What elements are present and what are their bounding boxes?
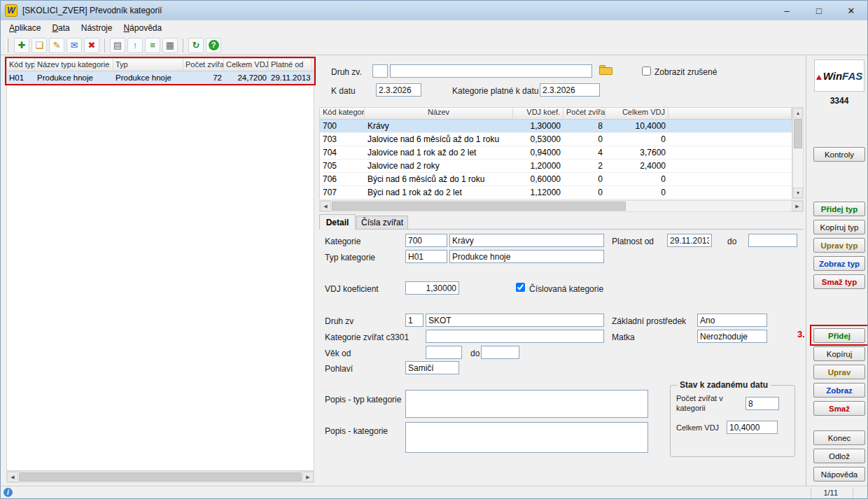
cell-vdj: 1,30000 bbox=[513, 121, 564, 131]
column-header[interactable]: Platné od bbox=[269, 59, 312, 71]
typ-kategorie-code-input[interactable] bbox=[405, 250, 447, 263]
categories-horizontal-scrollbar[interactable]: ◀ ▶ bbox=[319, 200, 804, 212]
column-header-total[interactable]: Celkem VDJ bbox=[606, 108, 668, 119]
refresh-button[interactable]: ↻ bbox=[188, 38, 204, 53]
column-header-count[interactable]: Počet zvířat bbox=[564, 108, 606, 119]
column-header[interactable]: Typ bbox=[113, 59, 183, 71]
k-datu-input[interactable] bbox=[376, 83, 421, 97]
smaz-typ-button[interactable]: Smaž typ bbox=[813, 274, 865, 289]
druh-zv-detail-name-input[interactable] bbox=[426, 314, 604, 327]
druh-zv-code-input[interactable] bbox=[372, 64, 388, 78]
cislovana-kategorie-checkbox[interactable] bbox=[516, 283, 525, 292]
list-button[interactable]: ≡ bbox=[145, 38, 160, 53]
odloz-button[interactable]: Odlož bbox=[813, 449, 865, 463]
table-button[interactable]: ▦ bbox=[162, 38, 178, 53]
zobraz-typ-button[interactable]: Zobraz typ bbox=[813, 256, 865, 271]
edit-button[interactable]: ✎ bbox=[49, 38, 64, 53]
napoveda-button[interactable]: Nápověda bbox=[813, 467, 865, 482]
table-row[interactable]: 703 Jalovice nad 6 měsíců až do 1 roku 0… bbox=[320, 133, 792, 146]
maximize-button[interactable]: □ bbox=[803, 1, 835, 20]
column-header-code[interactable]: Kód kategorie▴ bbox=[320, 108, 365, 119]
scroll-left-icon[interactable]: ◀ bbox=[320, 201, 331, 211]
vek-do-input[interactable] bbox=[481, 346, 519, 359]
kategorie-name-input[interactable] bbox=[449, 234, 604, 247]
kontroly-button[interactable]: Kontroly bbox=[813, 147, 865, 162]
uprav-typ-button[interactable]: Uprav typ bbox=[813, 238, 865, 253]
tab-cisla-zvirat[interactable]: Čísla zvířat bbox=[356, 216, 408, 230]
platnost-do-input[interactable] bbox=[748, 234, 797, 247]
scrollbar-thumb[interactable] bbox=[19, 472, 302, 482]
zakladni-prostredek-input[interactable] bbox=[697, 314, 767, 327]
menu-nastroje[interactable]: Nástroje bbox=[76, 22, 118, 34]
column-header[interactable]: Celkem VDJ bbox=[224, 59, 269, 71]
cell-name: Býci nad 6 měsíců až do 1 roku bbox=[365, 174, 513, 184]
table-grid-icon: ▦ bbox=[166, 41, 174, 50]
popis-typ-textarea[interactable] bbox=[405, 390, 648, 418]
typ-kategorie-name-input[interactable] bbox=[449, 250, 604, 263]
copy-button[interactable]: ❏ bbox=[31, 38, 47, 53]
kategorie-platne-input[interactable] bbox=[540, 83, 600, 97]
table-row[interactable]: 704 Jalovice nad 1 rok až do 2 let 0,940… bbox=[320, 146, 792, 160]
vek-od-input[interactable] bbox=[426, 346, 462, 359]
cell-code: 700 bbox=[320, 121, 365, 131]
matka-label: Matka bbox=[612, 332, 635, 342]
pocet-zvirat-input[interactable] bbox=[746, 397, 779, 410]
table-row[interactable]: H01 Produkce hnoje Produkce hnoje 72 24,… bbox=[7, 71, 314, 85]
kategorie-zvirat-input[interactable] bbox=[426, 330, 604, 343]
druh-zv-name-input[interactable] bbox=[390, 64, 592, 78]
pridej-typ-button[interactable]: Přidej typ bbox=[813, 202, 865, 216]
scroll-down-icon[interactable]: ▼ bbox=[793, 188, 803, 198]
table-row[interactable]: 705 Jalovice nad 2 roky 1,20000 2 2,4000 bbox=[320, 160, 792, 173]
table-row[interactable]: 707 Býci nad 1 rok až do 2 let 1,12000 0… bbox=[320, 186, 792, 199]
help-button[interactable]: ? bbox=[206, 38, 221, 53]
table-row[interactable]: 706 Býci nad 6 měsíců až do 1 roku 0,600… bbox=[320, 173, 792, 186]
druh-zv-detail-code-input[interactable] bbox=[405, 314, 424, 327]
pocet-zvirat-label: Počet zvířat v kategorii bbox=[676, 394, 743, 414]
matka-input[interactable] bbox=[697, 330, 767, 343]
toolbar-grip[interactable] bbox=[6, 38, 8, 52]
tab-detail[interactable]: Detail bbox=[319, 214, 356, 230]
scroll-left-icon[interactable]: ◀ bbox=[7, 472, 18, 482]
categories-vertical-scrollbar[interactable]: ▲ ▼ bbox=[792, 107, 804, 199]
column-header[interactable]: Název typu kategorie bbox=[35, 59, 113, 71]
print-button[interactable]: ▤ bbox=[110, 38, 125, 53]
open-folder-icon[interactable] bbox=[599, 65, 612, 75]
show-cancelled-label: Zobrazit zrušené bbox=[654, 67, 717, 77]
vdj-koeficient-input[interactable] bbox=[405, 281, 459, 295]
pohlavi-input[interactable] bbox=[405, 361, 459, 374]
smaz-button[interactable]: Smaž bbox=[813, 401, 865, 416]
new-button[interactable]: ✚ bbox=[14, 38, 29, 53]
cell-name: Býci nad 1 rok až do 2 let bbox=[365, 188, 513, 197]
menu-data[interactable]: Data bbox=[46, 22, 75, 34]
konec-button[interactable]: Konec bbox=[813, 430, 865, 445]
mail-button[interactable]: ✉ bbox=[66, 38, 82, 53]
popis-kategorie-textarea[interactable] bbox=[405, 422, 648, 453]
export-button[interactable]: ↑ bbox=[127, 38, 143, 53]
column-header-name[interactable]: Název bbox=[365, 108, 513, 119]
scroll-right-icon[interactable]: ▶ bbox=[302, 472, 314, 482]
scroll-right-icon[interactable]: ▶ bbox=[792, 201, 803, 211]
uprav-button[interactable]: Uprav bbox=[813, 365, 865, 379]
close-button[interactable]: ✕ bbox=[835, 1, 867, 20]
platnost-od-input[interactable] bbox=[667, 234, 712, 247]
cell-vdj: 0,53000 bbox=[513, 134, 564, 144]
kopiruj-typ-button[interactable]: Kopíruj typ bbox=[813, 220, 865, 234]
pridej-button[interactable]: Přidej bbox=[813, 328, 865, 343]
column-header[interactable]: Kód typu bbox=[7, 59, 35, 71]
delete-button[interactable]: ✖ bbox=[84, 38, 99, 53]
column-header-vdj[interactable]: VDJ koef. bbox=[513, 108, 564, 119]
scrollbar-thumb[interactable] bbox=[332, 202, 626, 211]
menu-aplikace[interactable]: Aplikace bbox=[4, 22, 46, 34]
scroll-up-icon[interactable]: ▲ bbox=[793, 108, 803, 118]
zobraz-button[interactable]: Zobraz bbox=[813, 383, 865, 398]
left-horizontal-scrollbar[interactable]: ◀ ▶ bbox=[6, 471, 314, 483]
column-header[interactable]: Počet zvířat bbox=[183, 59, 224, 71]
table-row[interactable]: 700 Krávy 1,30000 8 10,4000 bbox=[320, 120, 792, 133]
scrollbar-thumb[interactable] bbox=[794, 119, 802, 148]
show-cancelled-checkbox[interactable] bbox=[642, 66, 651, 76]
kategorie-code-input[interactable] bbox=[405, 234, 447, 247]
celkem-vdj-input[interactable] bbox=[727, 421, 778, 434]
menu-napoveda[interactable]: Nápověda bbox=[118, 22, 167, 34]
kopiruj-button[interactable]: Kopíruj bbox=[813, 346, 865, 361]
minimize-button[interactable]: – bbox=[771, 1, 803, 20]
